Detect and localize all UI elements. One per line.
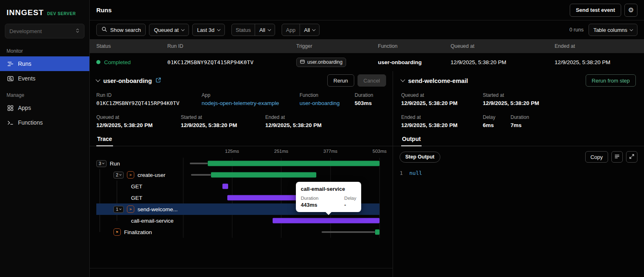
trigger-label: user.onboarding [307, 59, 342, 65]
page-title: Runs [96, 7, 112, 13]
collapse-chevron-icon[interactable] [400, 77, 405, 82]
column-queued-at: Queued at [451, 43, 555, 49]
sidebar-item-runs[interactable]: Runs [0, 56, 89, 71]
cancel-button[interactable]: Cancel [358, 74, 386, 87]
app-link[interactable]: nodejs-open-telemetry-example [202, 100, 296, 106]
sidebar: INNGEST DEV SERVER Development Monitor R… [0, 0, 90, 277]
step-duration-value: 7ms [511, 122, 633, 128]
environment-select[interactable]: Development [5, 24, 84, 38]
table-row[interactable]: Completed 01KC1ZMSBNY9ZQT415RP94K0TV use… [90, 53, 644, 71]
trace-row[interactable]: GET [96, 192, 380, 203]
sidebar-item-functions[interactable]: Functions [0, 115, 89, 130]
sidebar-item-events[interactable]: Events [0, 71, 89, 86]
table-columns-dropdown[interactable]: Table columns [588, 24, 637, 36]
collapse-count-badge[interactable]: 2 [113, 172, 124, 179]
filter-bar: Show search Queued at Last 3d Status All… [90, 20, 644, 39]
apps-icon [7, 104, 14, 112]
show-search-button[interactable]: Show search [96, 24, 146, 36]
trace-queue-line [191, 174, 211, 176]
send-test-event-button[interactable]: Send test event [570, 4, 621, 17]
trace-queue-line [322, 231, 375, 233]
trace-span-name: call-email-service [131, 218, 173, 224]
trace-row[interactable]: 2>create-user [96, 169, 380, 181]
collapse-count-badge[interactable]: 3 [96, 160, 107, 167]
function-label: Function [300, 92, 351, 98]
axis-tick-label: 377ms [323, 149, 338, 154]
queued-at-dropdown[interactable]: Queued at [149, 24, 189, 36]
sidebar-item-apps[interactable]: Apps [0, 101, 89, 115]
column-status: Status [96, 43, 167, 49]
step-started-label: Started at [483, 92, 633, 98]
output-toolbar: Step Output Copy [393, 146, 644, 167]
started-at-label: Started at [181, 114, 262, 120]
run-panel-footer [90, 268, 393, 277]
trace-row[interactable]: call-email-service [96, 215, 380, 226]
queued-at-label: Queued at [96, 114, 178, 120]
ended-at-cell: 12/9/2025, 5:38:20 PM [555, 59, 637, 65]
run-id-value: 01KC1ZMSBNY9ZQT415RP94K0TV [96, 100, 198, 106]
queued-at-value: 12/9/2025, 5:38:20 PM [96, 122, 178, 128]
collapse-count-badge[interactable]: 1 [113, 206, 124, 213]
rerun-from-step-button[interactable]: Rerun from step [586, 74, 636, 87]
axis-tick-label: 251ms [274, 149, 289, 154]
collapse-chevron-icon[interactable] [95, 77, 100, 82]
trace-span-name: send-welcome... [138, 206, 178, 212]
function-link[interactable]: user-onboarding [300, 100, 351, 106]
trace-row[interactable]: 1>send-welcome... [96, 203, 380, 215]
trace-row[interactable]: 3Run [96, 158, 380, 169]
app-filter[interactable]: App All [282, 24, 320, 36]
step-duration-label: Duration [511, 114, 633, 120]
tab-output[interactable]: Output [401, 134, 422, 146]
trace-span-name: create-user [138, 172, 165, 178]
event-icon [300, 59, 305, 65]
sidebar-item-label: Apps [18, 105, 31, 111]
trace-waterfall: 125ms251ms377ms503ms 3Run2>create-userGE… [90, 146, 393, 268]
trace-span-bar [375, 230, 380, 235]
sidebar-item-label: Runs [18, 60, 31, 67]
external-link-icon[interactable] [155, 77, 161, 84]
trace-row-chart [183, 203, 380, 215]
chevron-down-icon [119, 208, 122, 210]
column-ended-at: Ended at [555, 43, 637, 49]
inngest-logo: INNGEST [7, 8, 44, 17]
step-ended-value: 12/9/2025, 5:38:20 PM [401, 122, 480, 128]
trace-queue-line [190, 163, 208, 164]
step-queued-label: Queued at [401, 92, 480, 98]
trace-row-chart [183, 158, 380, 169]
chevron-down-icon [312, 27, 315, 31]
queued-at-label: Queued at [154, 27, 179, 33]
step-queued-value: 12/9/2025, 5:38:20 PM [401, 100, 480, 106]
step-icon: > [127, 206, 134, 213]
status-filter-label: Status [232, 24, 255, 36]
expand-icon [629, 154, 635, 161]
trace-row[interactable]: GET [96, 181, 380, 192]
trace-row-label: 1>send-welcome... [96, 203, 183, 215]
output-code: 1 null [393, 167, 644, 179]
trigger-badge[interactable]: user.onboarding [296, 58, 346, 67]
chevron-down-icon [181, 27, 184, 31]
status-filter[interactable]: Status All [231, 24, 275, 36]
gear-icon: ⚙ [628, 6, 634, 14]
trace-row[interactable]: ⚑Finalization [96, 226, 380, 238]
trace-span-name: Finalization [124, 229, 152, 235]
duration-value: 503ms [355, 100, 383, 106]
settings-button[interactable]: ⚙ [624, 4, 637, 17]
chevron-down-icon [119, 173, 122, 176]
step-output-badge[interactable]: Step Output [400, 152, 440, 163]
trace-span-name: GET [131, 183, 142, 190]
run-id-cell: 01KC1ZMSBNY9ZQT415RP94K0TV [167, 59, 296, 65]
wrap-lines-button[interactable] [611, 151, 623, 163]
status-badge: Completed [104, 59, 131, 65]
line-number: 1 [393, 170, 409, 176]
chevron-down-icon [268, 27, 271, 31]
rerun-button[interactable]: Rerun [327, 74, 354, 87]
tab-trace[interactable]: Trace [96, 134, 113, 146]
column-function: Function [378, 43, 451, 49]
copy-button[interactable]: Copy [585, 151, 608, 163]
events-icon [7, 75, 14, 82]
time-range-dropdown[interactable]: Last 3d [192, 24, 225, 36]
expand-button[interactable] [626, 151, 637, 163]
table-header: Status Run ID Trigger Function Queued at… [90, 39, 644, 53]
trace-span-bar [273, 218, 380, 223]
axis-tick-label: 125ms [225, 149, 239, 154]
